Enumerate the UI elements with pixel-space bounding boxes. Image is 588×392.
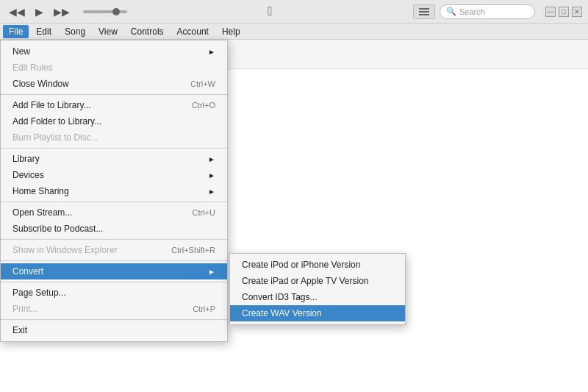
play-button[interactable]: ▶ [32, 4, 46, 19]
menu-item-view[interactable]: View [93, 25, 123, 38]
menu-exit[interactable]: Exit [1, 322, 227, 338]
apple-logo:  [268, 4, 273, 19]
menu-add-file[interactable]: Add File to Library... Ctrl+O [1, 97, 227, 113]
volume-thumb [112, 8, 120, 15]
list-view-button[interactable] [413, 4, 435, 19]
convert-submenu-container: Create iPod or iPhone Version Create iPa… [229, 253, 406, 325]
menu-show-explorer: Show in Windows Explorer Ctrl+Shift+R [1, 242, 227, 258]
title-bar-right: 🔍 Search — □ ✕ [413, 4, 582, 19]
menu-close-window[interactable]: Close Window Ctrl+W [1, 76, 227, 92]
menu-item-help[interactable]: Help [216, 25, 246, 38]
separator-2 [1, 148, 227, 149]
separator-3 [1, 202, 227, 202]
forward-button[interactable]: ▶▶ [51, 4, 73, 19]
close-button[interactable]: ✕ [572, 7, 582, 17]
menu-item-account[interactable]: Account [171, 25, 215, 38]
search-icon: 🔍 [446, 7, 456, 16]
convert-ipad-appletv[interactable]: Create iPad or Apple TV Version [230, 273, 405, 289]
menu-convert[interactable]: Convert ► [1, 263, 227, 279]
title-bar: ◀◀ ▶ ▶▶  🔍 Search — □ ✕ [0, 0, 588, 24]
menu-item-edit[interactable]: Edit [30, 25, 57, 38]
menu-library[interactable]: Library ► [1, 151, 227, 167]
maximize-button[interactable]: □ [559, 7, 569, 17]
separator-5 [1, 260, 227, 261]
separator-7 [1, 319, 227, 320]
rewind-button[interactable]: ◀◀ [6, 4, 28, 19]
menu-edit-rules: Edit Rules [1, 60, 227, 76]
menu-convert-arrow: ► [208, 268, 215, 276]
transport-controls: ◀◀ ▶ ▶▶ [6, 4, 127, 19]
svg-rect-0 [419, 8, 429, 10]
file-menu-dropdown: New ► Edit Rules Close Window Ctrl+W Add… [0, 40, 228, 342]
convert-ipod-iphone[interactable]: Create iPod or iPhone Version [230, 257, 405, 273]
separator-1 [1, 94, 227, 95]
menu-burn-playlist: Burn Playlist to Disc... [1, 129, 227, 146]
menu-item-file[interactable]: File [3, 25, 29, 38]
menu-home-sharing[interactable]: Home Sharing ► [1, 183, 227, 199]
menu-devices-arrow: ► [208, 171, 215, 179]
svg-rect-2 [419, 14, 429, 15]
search-placeholder: Search [459, 7, 485, 16]
menu-print: Print... Ctrl+P [1, 301, 227, 317]
convert-submenu: Create iPod or iPhone Version Create iPa… [229, 253, 406, 325]
search-box[interactable]: 🔍 Search [440, 4, 535, 19]
menu-item-controls[interactable]: Controls [125, 25, 170, 38]
menu-subscribe-podcast[interactable]: Subscribe to Podcast... [1, 221, 227, 237]
separator-4 [1, 239, 227, 240]
svg-rect-1 [419, 11, 429, 13]
menu-devices[interactable]: Devices ► [1, 167, 227, 183]
menu-new-arrow: ► [208, 48, 215, 56]
convert-wav[interactable]: Create WAV Version [230, 305, 405, 321]
menu-home-sharing-arrow: ► [208, 188, 215, 196]
menu-bar: File Edit Song View Controls Account Hel… [0, 24, 588, 40]
menu-item-song[interactable]: Song [59, 25, 91, 38]
menu-open-stream[interactable]: Open Stream... Ctrl+U [1, 204, 227, 221]
menu-page-setup[interactable]: Page Setup... [1, 285, 227, 301]
separator-6 [1, 282, 227, 282]
menu-library-arrow: ► [208, 155, 215, 163]
file-menu: New ► Edit Rules Close Window Ctrl+W Add… [0, 40, 228, 342]
volume-slider[interactable] [83, 10, 127, 13]
window-controls: — □ ✕ [545, 7, 582, 17]
convert-id3-tags[interactable]: Convert ID3 Tags... [230, 289, 405, 305]
menu-add-folder[interactable]: Add Folder to Library... [1, 113, 227, 129]
menu-new[interactable]: New ► [1, 43, 227, 60]
minimize-button[interactable]: — [545, 7, 556, 17]
